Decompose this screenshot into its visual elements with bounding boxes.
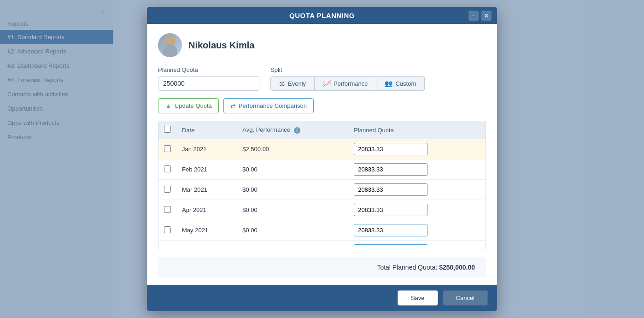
table-row: Apr 2021 $0.00 [158,200,486,220]
row-checkbox-4[interactable] [164,226,171,233]
avatar-image [158,33,182,57]
table-row: Feb 2021 $0.00 [158,159,486,180]
performance-comparison-button[interactable]: ⇄ Performance Comparison [223,98,314,113]
td-avg-performance-0: $2,500.00 [237,139,348,159]
planned-quota-input-2[interactable] [354,183,427,196]
split-buttons-container: ⚖ Evenly 📈 Performance 👥 Custom [270,76,425,91]
td-checkbox-5 [158,241,176,246]
td-date-5: Jun 2021 [176,241,237,246]
performance-icon: 📈 [323,80,331,87]
split-btn-custom[interactable]: 👥 Custom [376,77,424,90]
total-label: Total Planned Quota: [377,264,437,271]
modal-header: QUOTA PLANNING − ✕ [147,7,497,24]
td-checkbox-4 [158,220,176,241]
planned-quota-input-5[interactable] [354,244,427,246]
table-row: Mar 2021 $0.00 [158,180,486,200]
th-avg-performance: Avg. Performance i [237,121,348,139]
modal-close-buttons: − ✕ [468,11,492,21]
header-checkbox[interactable] [164,126,171,133]
split-btn-evenly-label: Evenly [288,80,306,87]
td-avg-performance-5: $0.00 [237,241,348,246]
table-row: Jun 2021 $0.00 [158,241,486,246]
td-checkbox-3 [158,200,176,220]
planned-quota-label: Planned Quota [158,66,259,73]
cancel-button[interactable]: Cancel [443,290,488,306]
td-date-0: Jan 2021 [176,139,237,159]
update-quota-icon: ▲ [165,102,172,110]
planned-quota-input-4[interactable] [354,224,427,236]
total-row: Total Planned Quota: $250,000.00 [158,257,486,277]
planned-quota-input-1[interactable] [354,163,427,176]
table-row: May 2021 $0.00 [158,220,486,241]
table-header-row: Date Avg. Performance i Planned Quota [158,121,486,139]
update-quota-button[interactable]: ▲ Update Quota [158,98,219,113]
row-checkbox-2[interactable] [164,186,171,193]
td-checkbox-1 [158,159,176,180]
quota-table: Date Avg. Performance i Planned Quota [158,121,486,246]
perf-comparison-label: Performance Comparison [239,102,307,109]
modal-close-button[interactable]: ✕ [481,11,492,21]
td-planned-quota-2 [348,180,486,200]
td-date-2: Mar 2021 [176,180,237,200]
total-amount: $250,000.00 [439,264,475,271]
td-checkbox-2 [158,180,176,200]
modal-title: QUOTA PLANNING [289,12,355,19]
td-avg-performance-1: $0.00 [237,159,348,180]
td-planned-quota-5 [348,241,486,246]
planned-quota-input-3[interactable] [354,204,427,216]
quota-planning-modal: QUOTA PLANNING − ✕ Nikolaus Kimla [147,7,497,311]
split-btn-performance-label: Performance [334,80,368,87]
form-row: Planned Quota Split ⚖ Evenly 📈 Performan… [158,66,486,91]
row-checkbox-1[interactable] [164,165,171,172]
split-label: Split [270,66,425,73]
planned-quota-input-0[interactable] [354,143,427,155]
td-planned-quota-0 [348,139,486,159]
split-btn-performance[interactable]: 📈 Performance [315,77,376,90]
split-btn-evenly[interactable]: ⚖ Evenly [271,77,315,90]
modal-minimize-button[interactable]: − [468,11,479,21]
td-avg-performance-2: $0.00 [237,180,348,200]
td-avg-performance-3: $0.00 [237,200,348,220]
quota-table-scroll[interactable]: Date Avg. Performance i Planned Quota [158,121,486,246]
modal-footer: Save Cancel [147,285,497,311]
row-checkbox-0[interactable] [164,145,171,152]
split-btn-custom-label: Custom [395,80,416,87]
split-group: Split ⚖ Evenly 📈 Performance 👥 Custom [270,66,425,91]
td-planned-quota-1 [348,159,486,180]
th-date: Date [176,121,237,139]
save-button[interactable]: Save [398,290,438,306]
td-planned-quota-4 [348,220,486,241]
th-planned-quota: Planned Quota [348,121,486,139]
td-date-1: Feb 2021 [176,159,237,180]
planned-quota-input[interactable] [158,76,259,91]
table-row: Jan 2021 $2,500.00 [158,139,486,159]
user-name: Nikolaus Kimla [188,40,254,51]
td-checkbox-0 [158,139,176,159]
planned-quota-group: Planned Quota [158,66,259,91]
update-quota-label: Update Quota [175,102,212,109]
quota-table-container: Date Avg. Performance i Planned Quota [158,121,486,249]
modal-overlay: QUOTA PLANNING − ✕ Nikolaus Kimla [0,0,644,318]
row-checkbox-3[interactable] [164,206,171,213]
td-date-4: May 2021 [176,220,237,241]
th-checkbox [158,121,176,139]
td-date-3: Apr 2021 [176,200,237,220]
evenly-icon: ⚖ [279,80,285,87]
action-row: ▲ Update Quota ⇄ Performance Comparison [158,98,486,113]
user-row: Nikolaus Kimla [158,33,486,59]
modal-body: Nikolaus Kimla Planned Quota Split ⚖ Eve… [147,24,497,285]
perf-comparison-icon: ⇄ [230,102,236,110]
custom-icon: 👥 [385,80,392,87]
avg-performance-info-icon[interactable]: i [294,127,300,134]
avatar-face [163,44,177,57]
avatar [158,33,182,57]
td-avg-performance-4: $0.00 [237,220,348,241]
table-body: Jan 2021 $2,500.00 Feb 2021 $0.00 Mar 20… [158,139,486,246]
td-planned-quota-3 [348,200,486,220]
